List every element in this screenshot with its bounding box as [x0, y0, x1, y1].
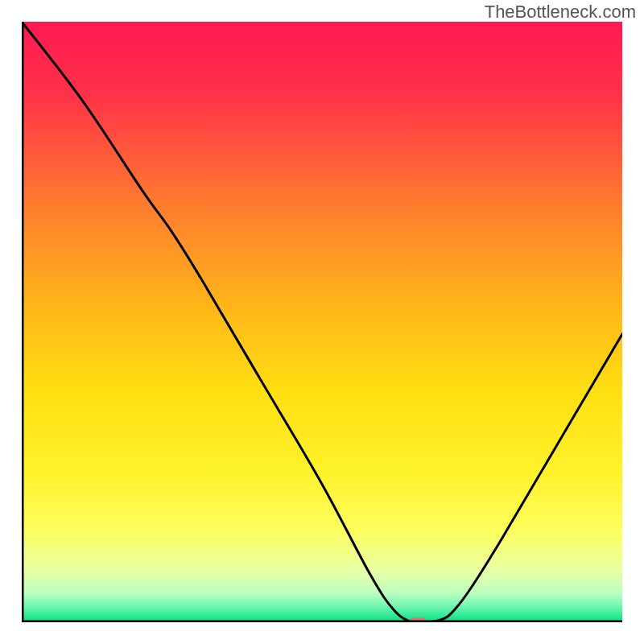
chart-background — [22, 22, 622, 622]
chart-container: TheBottleneck.com — [0, 0, 644, 644]
watermark-text: TheBottleneck.com — [485, 2, 636, 23]
chart-plot-area — [22, 22, 622, 622]
bottleneck-chart — [22, 22, 622, 622]
